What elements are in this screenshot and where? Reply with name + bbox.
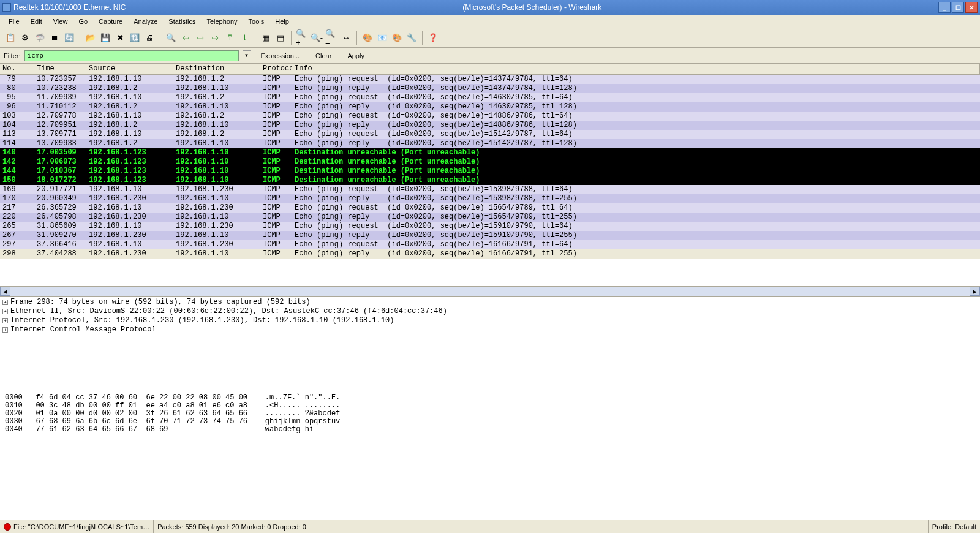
restart-capture-icon[interactable]: 🔄 xyxy=(62,31,76,45)
preferences-icon[interactable]: 🔧 xyxy=(405,31,418,45)
resize-columns-icon[interactable]: ↔ xyxy=(339,31,353,45)
filter-dropdown-icon[interactable]: ▼ xyxy=(243,50,251,61)
col-info[interactable]: Info xyxy=(292,64,980,74)
hex-dump[interactable]: 0000 f4 6d 04 cc 37 46 00 60 6e 22 00 22… xyxy=(0,391,980,517)
find-icon[interactable]: 🔍 xyxy=(164,31,178,45)
expression-button[interactable]: Expression... xyxy=(255,52,306,59)
print-icon[interactable]: 🖨 xyxy=(143,31,156,45)
titlebar: Realtek 10/100/1000 Ethernet NIC (Micros… xyxy=(0,0,980,15)
packet-row[interactable]: 14217.006073192.168.1.123192.168.1.10ICM… xyxy=(0,157,980,167)
go-back-icon[interactable]: ⇦ xyxy=(179,31,192,45)
packet-row[interactable]: 26531.865609192.168.1.10192.168.1.230ICM… xyxy=(0,222,980,231)
menubar: FileEditViewGoCaptureAnalyzeStatisticsTe… xyxy=(0,15,980,28)
menu-tools[interactable]: Tools xyxy=(244,17,270,26)
expand-icon[interactable]: + xyxy=(2,327,8,333)
title-center: (Microsoft's Packet Scheduler) - Wiresha… xyxy=(126,3,938,12)
status-packets: Packets: 559 Displayed: 20 Marked: 0 Dro… xyxy=(154,520,929,533)
menu-capture[interactable]: Capture xyxy=(94,17,127,26)
menu-statistics[interactable]: Statistics xyxy=(164,17,200,26)
interfaces-icon[interactable]: 📋 xyxy=(4,31,17,45)
packet-row[interactable]: 21726.365729192.168.1.10192.168.1.230ICM… xyxy=(0,203,980,213)
col-no[interactable]: No. xyxy=(0,64,34,74)
capture-filters-icon[interactable]: 🎨 xyxy=(361,31,374,45)
packet-row[interactable]: 10412.709951192.168.1.2192.168.1.10ICMPE… xyxy=(0,121,980,130)
filter-input[interactable] xyxy=(24,50,239,61)
maximize-button[interactable]: ☐ xyxy=(952,2,964,13)
start-capture-icon[interactable]: 🦈 xyxy=(33,31,47,45)
status-file-text: File: "C:\DOCUME~1\lingjl\LOCALS~1\Tem… xyxy=(13,523,149,531)
display-filters-icon[interactable]: 📧 xyxy=(375,31,389,45)
col-source[interactable]: Source xyxy=(86,64,173,74)
open-icon[interactable]: 📂 xyxy=(84,31,97,45)
options-icon[interactable]: ⚙ xyxy=(18,31,32,45)
apply-button[interactable]: Apply xyxy=(341,52,371,59)
coloring-rules-icon[interactable]: 🎨 xyxy=(390,31,404,45)
menu-telephony[interactable]: Telephony xyxy=(202,17,242,26)
packet-row[interactable]: 14417.010367192.168.1.123192.168.1.10ICM… xyxy=(0,167,980,176)
reload-icon[interactable]: 🔃 xyxy=(128,31,141,45)
filter-bar: Filter: ▼ Expression... Clear Apply xyxy=(0,48,980,64)
tree-line[interactable]: +Frame 298: 74 bytes on wire (592 bits),… xyxy=(2,298,978,307)
hscroll[interactable]: ◀ ▶ xyxy=(0,286,980,297)
status-profile: Profile: Default xyxy=(929,520,980,533)
packet-row[interactable]: 11413.709933192.168.1.2192.168.1.10ICMPE… xyxy=(0,139,980,148)
packet-row[interactable]: 8010.723238192.168.1.2192.168.1.10ICMPEc… xyxy=(0,84,980,93)
packet-row[interactable]: 7910.723057192.168.1.10192.168.1.2ICMPEc… xyxy=(0,75,980,84)
close-button[interactable]: ✕ xyxy=(965,2,978,13)
packet-row[interactable]: 9611.710112192.168.1.2192.168.1.10ICMPEc… xyxy=(0,102,980,112)
statusbar: File: "C:\DOCUME~1\lingjl\LOCALS~1\Tem… … xyxy=(0,520,980,533)
status-file: File: "C:\DOCUME~1\lingjl\LOCALS~1\Tem… xyxy=(0,520,154,533)
zoom-out-icon[interactable]: 🔍- xyxy=(310,31,323,45)
packet-row[interactable]: 10312.709778192.168.1.10192.168.1.2ICMPE… xyxy=(0,112,980,121)
packet-details[interactable]: +Frame 298: 74 bytes on wire (592 bits),… xyxy=(0,297,980,391)
go-forward-icon[interactable]: ⇨ xyxy=(194,31,207,45)
col-destination[interactable]: Destination xyxy=(173,64,260,74)
scroll-track[interactable] xyxy=(10,287,970,296)
go-last-icon[interactable]: ⤓ xyxy=(238,31,251,45)
zoom-in-icon[interactable]: 🔍+ xyxy=(295,31,309,45)
help-icon[interactable]: ❓ xyxy=(426,31,440,45)
packet-row[interactable]: 22026.405798192.168.1.230192.168.1.10ICM… xyxy=(0,213,980,222)
autoscroll-icon[interactable]: ▤ xyxy=(274,31,287,45)
packet-list-header: No. Time Source Destination Protocol Inf… xyxy=(0,64,980,75)
close-file-icon[interactable]: ✖ xyxy=(113,31,127,45)
clear-button[interactable]: Clear xyxy=(309,52,337,59)
save-icon[interactable]: 💾 xyxy=(99,31,112,45)
expand-icon[interactable]: + xyxy=(2,318,8,323)
filter-label: Filter: xyxy=(4,52,21,59)
expand-icon[interactable]: + xyxy=(2,309,8,314)
tree-line[interactable]: +Internet Protocol, Src: 192.168.1.230 (… xyxy=(2,316,978,325)
record-dot-icon xyxy=(4,523,11,531)
colorize-icon[interactable]: ▦ xyxy=(259,31,273,45)
menu-analyze[interactable]: Analyze xyxy=(129,17,162,26)
zoom-reset-icon[interactable]: 🔍= xyxy=(325,31,338,45)
packet-row[interactable]: 26731.909270192.168.1.230192.168.1.10ICM… xyxy=(0,231,980,240)
packet-row[interactable]: 11313.709771192.168.1.10192.168.1.2ICMPE… xyxy=(0,130,980,139)
menu-edit[interactable]: Edit xyxy=(26,17,47,26)
go-first-icon[interactable]: ⤒ xyxy=(223,31,236,45)
app-icon xyxy=(2,3,11,12)
expand-icon[interactable]: + xyxy=(2,300,8,305)
packet-row[interactable]: 17020.960349192.168.1.230192.168.1.10ICM… xyxy=(0,194,980,203)
packet-list[interactable]: 7910.723057192.168.1.10192.168.1.2ICMPEc… xyxy=(0,75,980,286)
packet-row[interactable]: 29737.366416192.168.1.10192.168.1.230ICM… xyxy=(0,240,980,249)
packet-row[interactable]: 14017.003509192.168.1.123192.168.1.10ICM… xyxy=(0,148,980,157)
tree-line[interactable]: +Internet Control Message Protocol xyxy=(2,325,978,335)
col-time[interactable]: Time xyxy=(34,64,86,74)
menu-file[interactable]: File xyxy=(4,17,24,26)
packet-row[interactable]: 16920.917721192.168.1.10192.168.1.230ICM… xyxy=(0,185,980,194)
scroll-left-icon[interactable]: ◀ xyxy=(0,287,10,296)
menu-help[interactable]: Help xyxy=(270,17,294,26)
scroll-right-icon[interactable]: ▶ xyxy=(970,287,980,296)
stop-capture-icon[interactable]: ⏹ xyxy=(48,31,61,45)
packet-row[interactable]: 29837.404288192.168.1.230192.168.1.10ICM… xyxy=(0,249,980,259)
title-left: Realtek 10/100/1000 Ethernet NIC xyxy=(13,3,126,12)
menu-go[interactable]: Go xyxy=(74,17,92,26)
go-to-packet-icon[interactable]: ⇨ xyxy=(208,31,222,45)
packet-row[interactable]: 15018.017272192.168.1.123192.168.1.10ICM… xyxy=(0,176,980,185)
tree-line[interactable]: +Ethernet II, Src: DavicomS_22:00:22 (00… xyxy=(2,307,978,316)
minimize-button[interactable]: _ xyxy=(938,2,951,13)
packet-row[interactable]: 9511.709939192.168.1.10192.168.1.2ICMPEc… xyxy=(0,93,980,102)
col-protocol[interactable]: Protocol xyxy=(260,64,292,74)
menu-view[interactable]: View xyxy=(48,17,73,26)
